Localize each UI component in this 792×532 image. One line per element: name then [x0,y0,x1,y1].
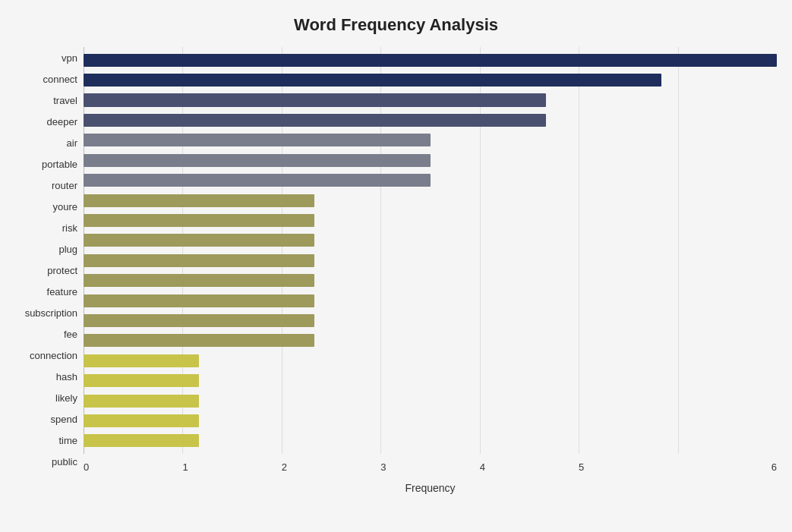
y-label: router [15,175,77,196]
bar [84,294,314,307]
y-label: time [15,430,77,452]
plot-area: 0123456 Frequency [84,47,777,473]
bar [84,54,777,67]
x-tick: 5 [579,461,677,473]
bar [84,114,546,127]
y-label: protect [15,260,77,281]
x-tick: 2 [282,461,380,473]
y-label: feature [15,282,77,303]
y-label: vpn [15,47,77,68]
bar-row [84,90,777,110]
y-label: hash [15,367,77,388]
y-label: air [15,132,77,153]
bar [84,93,546,106]
bar [84,234,314,247]
bar [84,74,661,87]
x-tick: 6 [678,461,777,473]
x-axis: 0123456 [84,457,777,473]
y-label: plug [15,238,77,260]
y-label: likely [15,388,77,409]
bar [84,314,314,327]
bar-row [84,331,777,351]
y-label: spend [15,409,77,430]
bar-row [84,250,777,270]
x-tick: 1 [182,461,281,473]
bar [84,194,314,207]
bar-row [84,50,777,70]
x-axis-label: Frequency [84,482,777,494]
y-label: connect [15,68,77,90]
grid-and-bars [84,47,777,454]
x-tick: 4 [480,461,579,473]
bar-row [84,371,777,391]
bar [84,395,199,408]
bar [84,154,431,167]
bar [84,414,199,427]
bar [84,334,314,347]
bar [84,134,431,146]
bar-row [84,150,777,170]
bar [84,254,314,267]
bar [84,434,199,447]
y-label: travel [15,90,77,111]
bar-row [84,431,777,451]
bar-row [84,131,777,150]
x-tick: 0 [84,461,182,473]
bar-row [84,210,777,230]
y-label: subscription [15,303,77,324]
y-label: connection [15,345,77,367]
bar [84,174,431,187]
chart-title: Word Frequency Analysis [15,15,777,35]
bar-row [84,391,777,411]
bar-row [84,270,777,290]
bar-row [84,231,777,250]
x-tick: 3 [380,461,479,473]
bar [84,374,199,387]
x-ticks-row: 0123456 Frequency [84,457,777,473]
y-label: portable [15,153,77,175]
y-label: public [15,452,77,473]
bar-row [84,110,777,130]
bar-row [84,190,777,210]
y-axis: vpnconnecttraveldeeperairportableroutery… [15,47,84,473]
bar-row [84,411,777,430]
y-label: fee [15,324,77,345]
bar-row [84,291,777,310]
chart-area: vpnconnecttraveldeeperairportableroutery… [15,47,777,473]
bars-wrapper [84,47,777,454]
bar [84,214,314,227]
y-label: risk [15,217,77,238]
bar-row [84,170,777,190]
bar [84,274,314,287]
bar [84,354,199,367]
y-label: youre [15,196,77,217]
bar-row [84,310,777,330]
chart-container: Word Frequency Analysis vpnconnecttravel… [0,0,792,532]
bar-row [84,351,777,370]
bar-row [84,70,777,90]
y-label: deeper [15,111,77,132]
